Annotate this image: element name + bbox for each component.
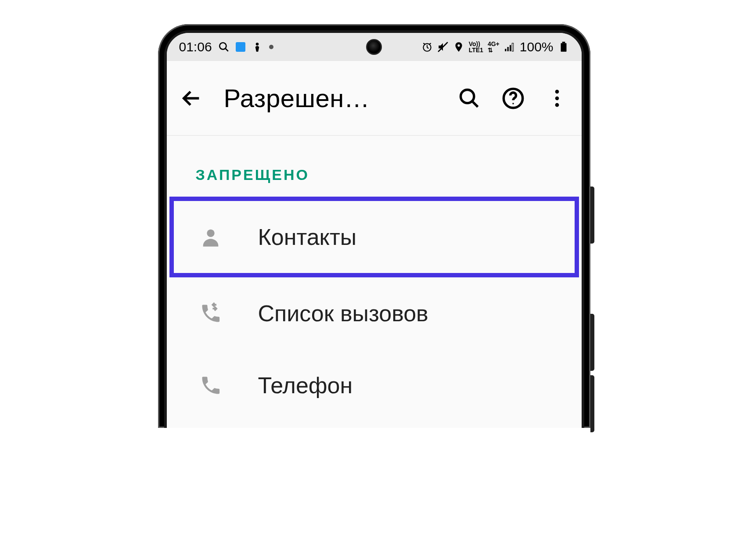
side-button — [590, 314, 594, 371]
help-button[interactable] — [502, 87, 525, 110]
svg-line-7 — [429, 43, 431, 44]
more-notifications-icon — [269, 45, 273, 49]
svg-line-6 — [423, 43, 424, 44]
svg-point-0 — [219, 43, 226, 49]
permission-label: Контакты — [258, 224, 357, 250]
app-notification-icon — [252, 41, 263, 53]
volte-icon: Vo))LTE1 — [469, 41, 483, 53]
permission-item-contacts[interactable]: Контакты — [169, 197, 579, 277]
permission-label: Телефон — [258, 372, 353, 398]
phone-icon — [199, 374, 222, 397]
battery-percent: 100% — [520, 39, 554, 54]
svg-line-18 — [472, 101, 478, 107]
side-button — [590, 187, 594, 244]
network-type-icon: 4G+⇅ — [488, 41, 500, 53]
search-icon — [218, 41, 230, 53]
permission-label: Список вызовов — [258, 300, 428, 327]
permission-item-phone[interactable]: Телефон — [167, 349, 582, 421]
battery-icon — [558, 41, 569, 53]
svg-line-5 — [427, 47, 428, 48]
permission-item-call-log[interactable]: Список вызовов — [167, 277, 582, 349]
signal-icon — [504, 41, 515, 53]
svg-rect-10 — [505, 49, 506, 51]
search-button[interactable] — [458, 87, 481, 110]
svg-rect-15 — [562, 42, 565, 43]
status-time: 01:06 — [179, 39, 212, 54]
svg-rect-14 — [561, 43, 566, 52]
phone-frame: 01:06 — [158, 24, 590, 428]
svg-point-21 — [555, 90, 559, 93]
svg-point-17 — [460, 90, 474, 103]
svg-point-2 — [255, 43, 259, 46]
mute-icon — [437, 41, 449, 53]
alarm-icon — [421, 41, 433, 53]
svg-point-20 — [512, 103, 514, 104]
svg-point-22 — [555, 96, 559, 100]
svg-rect-11 — [507, 47, 508, 51]
location-icon — [453, 41, 464, 53]
page-title: Разрешен… — [224, 83, 437, 113]
svg-point-23 — [555, 103, 559, 107]
notification-icon — [236, 42, 245, 52]
svg-line-1 — [225, 48, 228, 51]
svg-point-24 — [207, 230, 214, 237]
person-icon — [199, 226, 222, 248]
content-area: ЗАПРЕЩЕНО Контакты Список вызовов — [167, 136, 582, 421]
front-camera — [366, 39, 382, 55]
svg-point-9 — [457, 44, 460, 47]
call-log-icon — [199, 302, 222, 325]
section-header-denied: ЗАПРЕЩЕНО — [167, 158, 582, 197]
svg-rect-12 — [510, 45, 511, 51]
side-button — [590, 375, 594, 432]
svg-rect-13 — [512, 43, 513, 51]
back-button[interactable] — [180, 87, 203, 110]
more-options-button[interactable] — [546, 87, 568, 110]
app-bar: Разрешен… — [167, 61, 582, 136]
